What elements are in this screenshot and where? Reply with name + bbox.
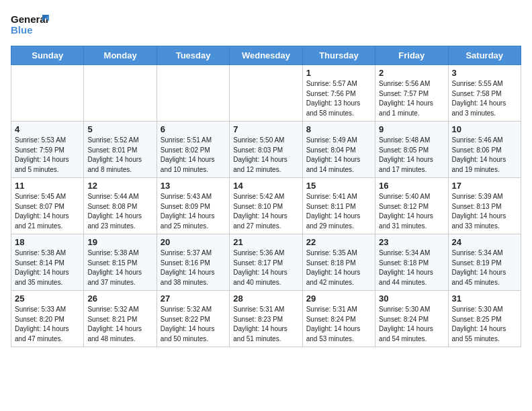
day-info: Sunrise: 5:31 AM Sunset: 8:23 PM Dayligh…	[233, 305, 298, 344]
day-info: Sunrise: 5:55 AM Sunset: 7:58 PM Dayligh…	[452, 79, 517, 118]
calendar-week-4: 18Sunrise: 5:38 AM Sunset: 8:14 PM Dayli…	[11, 234, 521, 291]
calendar-cell: 12Sunrise: 5:44 AM Sunset: 8:08 PM Dayli…	[84, 178, 157, 234]
calendar-week-5: 25Sunrise: 5:33 AM Sunset: 8:20 PM Dayli…	[11, 291, 521, 347]
calendar-cell: 16Sunrise: 5:40 AM Sunset: 8:12 PM Dayli…	[375, 178, 448, 234]
day-info: Sunrise: 5:46 AM Sunset: 8:06 PM Dayligh…	[452, 136, 517, 175]
day-info: Sunrise: 5:30 AM Sunset: 8:24 PM Dayligh…	[379, 305, 444, 344]
calendar-cell: 5Sunrise: 5:52 AM Sunset: 8:01 PM Daylig…	[84, 122, 157, 178]
day-number: 26	[87, 293, 152, 304]
day-info: Sunrise: 5:42 AM Sunset: 8:10 PM Dayligh…	[233, 192, 298, 231]
svg-text:Blue: Blue	[11, 24, 33, 36]
calendar-cell: 24Sunrise: 5:34 AM Sunset: 8:19 PM Dayli…	[448, 234, 521, 291]
logo: GeneralBlue	[11, 11, 51, 38]
day-info: Sunrise: 5:33 AM Sunset: 8:20 PM Dayligh…	[15, 305, 80, 344]
day-number: 10	[452, 124, 517, 134]
day-number: 5	[87, 124, 152, 134]
day-number: 12	[87, 181, 152, 191]
day-number: 22	[306, 237, 371, 247]
day-info: Sunrise: 5:43 AM Sunset: 8:09 PM Dayligh…	[161, 192, 226, 231]
day-info: Sunrise: 5:30 AM Sunset: 8:25 PM Dayligh…	[452, 305, 517, 344]
calendar-cell: 11Sunrise: 5:45 AM Sunset: 8:07 PM Dayli…	[11, 178, 84, 234]
calendar-cell: 1Sunrise: 5:57 AM Sunset: 7:56 PM Daylig…	[302, 65, 375, 122]
day-info: Sunrise: 5:50 AM Sunset: 8:03 PM Dayligh…	[233, 136, 298, 175]
calendar-cell: 4Sunrise: 5:53 AM Sunset: 7:59 PM Daylig…	[11, 122, 84, 178]
calendar-table: SundayMondayTuesdayWednesdayThursdayFrid…	[11, 46, 521, 347]
day-info: Sunrise: 5:45 AM Sunset: 8:07 PM Dayligh…	[15, 192, 80, 231]
day-info: Sunrise: 5:40 AM Sunset: 8:12 PM Dayligh…	[379, 192, 444, 231]
day-info: Sunrise: 5:35 AM Sunset: 8:18 PM Dayligh…	[306, 248, 371, 287]
day-number: 25	[15, 293, 80, 304]
weekday-header-wednesday: Wednesday	[230, 46, 302, 65]
calendar-cell: 8Sunrise: 5:49 AM Sunset: 8:04 PM Daylig…	[302, 122, 375, 178]
calendar-cell: 18Sunrise: 5:38 AM Sunset: 8:14 PM Dayli…	[11, 234, 84, 291]
weekday-header-sunday: Sunday	[11, 46, 84, 65]
day-number: 9	[379, 124, 444, 134]
calendar-cell: 21Sunrise: 5:36 AM Sunset: 8:17 PM Dayli…	[230, 234, 302, 291]
calendar-cell: 10Sunrise: 5:46 AM Sunset: 8:06 PM Dayli…	[448, 122, 521, 178]
day-number: 16	[379, 181, 444, 191]
day-number: 14	[233, 181, 298, 191]
day-number: 13	[161, 181, 226, 191]
weekday-header-monday: Monday	[84, 46, 157, 65]
calendar-cell: 22Sunrise: 5:35 AM Sunset: 8:18 PM Dayli…	[302, 234, 375, 291]
day-number: 23	[379, 237, 444, 247]
calendar-cell	[84, 65, 157, 122]
day-info: Sunrise: 5:57 AM Sunset: 7:56 PM Dayligh…	[306, 79, 371, 118]
day-number: 17	[452, 181, 517, 191]
day-info: Sunrise: 5:32 AM Sunset: 8:22 PM Dayligh…	[161, 305, 226, 344]
day-number: 19	[87, 237, 152, 247]
day-info: Sunrise: 5:49 AM Sunset: 8:04 PM Dayligh…	[306, 136, 371, 175]
day-number: 20	[161, 237, 226, 247]
calendar-week-1: 1Sunrise: 5:57 AM Sunset: 7:56 PM Daylig…	[11, 65, 521, 122]
day-info: Sunrise: 5:34 AM Sunset: 8:19 PM Dayligh…	[452, 248, 517, 287]
day-number: 7	[233, 124, 298, 134]
day-number: 15	[306, 181, 371, 191]
calendar-cell: 26Sunrise: 5:32 AM Sunset: 8:21 PM Dayli…	[84, 291, 157, 347]
calendar-cell: 19Sunrise: 5:38 AM Sunset: 8:15 PM Dayli…	[84, 234, 157, 291]
calendar-cell: 31Sunrise: 5:30 AM Sunset: 8:25 PM Dayli…	[448, 291, 521, 347]
calendar-cell: 6Sunrise: 5:51 AM Sunset: 8:02 PM Daylig…	[157, 122, 229, 178]
weekday-header-thursday: Thursday	[302, 46, 375, 65]
calendar-cell: 15Sunrise: 5:41 AM Sunset: 8:11 PM Dayli…	[302, 178, 375, 234]
day-number: 31	[452, 293, 517, 304]
calendar-week-2: 4Sunrise: 5:53 AM Sunset: 7:59 PM Daylig…	[11, 122, 521, 178]
day-number: 18	[15, 237, 80, 247]
day-info: Sunrise: 5:51 AM Sunset: 8:02 PM Dayligh…	[161, 136, 226, 175]
day-info: Sunrise: 5:37 AM Sunset: 8:16 PM Dayligh…	[161, 248, 226, 287]
calendar-cell: 30Sunrise: 5:30 AM Sunset: 8:24 PM Dayli…	[375, 291, 448, 347]
calendar-cell: 14Sunrise: 5:42 AM Sunset: 8:10 PM Dayli…	[230, 178, 302, 234]
calendar-cell: 25Sunrise: 5:33 AM Sunset: 8:20 PM Dayli…	[11, 291, 84, 347]
calendar-cell: 17Sunrise: 5:39 AM Sunset: 8:13 PM Dayli…	[448, 178, 521, 234]
day-number: 11	[15, 181, 80, 191]
day-number: 21	[233, 237, 298, 247]
day-info: Sunrise: 5:36 AM Sunset: 8:17 PM Dayligh…	[233, 248, 298, 287]
calendar-cell: 27Sunrise: 5:32 AM Sunset: 8:22 PM Dayli…	[157, 291, 229, 347]
calendar-cell: 29Sunrise: 5:31 AM Sunset: 8:24 PM Dayli…	[302, 291, 375, 347]
day-info: Sunrise: 5:52 AM Sunset: 8:01 PM Dayligh…	[87, 136, 152, 175]
day-number: 4	[15, 124, 80, 134]
calendar-cell: 13Sunrise: 5:43 AM Sunset: 8:09 PM Dayli…	[157, 178, 229, 234]
day-number: 24	[452, 237, 517, 247]
day-number: 8	[306, 124, 371, 134]
calendar-cell: 9Sunrise: 5:48 AM Sunset: 8:05 PM Daylig…	[375, 122, 448, 178]
day-number: 30	[379, 293, 444, 304]
weekday-header-row: SundayMondayTuesdayWednesdayThursdayFrid…	[11, 46, 521, 65]
day-number: 3	[452, 68, 517, 78]
calendar-cell: 7Sunrise: 5:50 AM Sunset: 8:03 PM Daylig…	[230, 122, 302, 178]
day-info: Sunrise: 5:32 AM Sunset: 8:21 PM Dayligh…	[87, 305, 152, 344]
calendar-cell	[230, 65, 302, 122]
day-number: 28	[233, 293, 298, 304]
calendar-cell: 20Sunrise: 5:37 AM Sunset: 8:16 PM Dayli…	[157, 234, 229, 291]
logo-icon: GeneralBlue	[11, 11, 51, 38]
day-info: Sunrise: 5:48 AM Sunset: 8:05 PM Dayligh…	[379, 136, 444, 175]
day-info: Sunrise: 5:44 AM Sunset: 8:08 PM Dayligh…	[87, 192, 152, 231]
calendar-cell	[11, 65, 84, 122]
day-info: Sunrise: 5:38 AM Sunset: 8:14 PM Dayligh…	[15, 248, 80, 287]
day-number: 6	[161, 124, 226, 134]
day-number: 2	[379, 68, 444, 78]
day-number: 29	[306, 293, 371, 304]
day-info: Sunrise: 5:31 AM Sunset: 8:24 PM Dayligh…	[306, 305, 371, 344]
weekday-header-friday: Friday	[375, 46, 448, 65]
weekday-header-saturday: Saturday	[448, 46, 521, 65]
calendar-cell: 28Sunrise: 5:31 AM Sunset: 8:23 PM Dayli…	[230, 291, 302, 347]
